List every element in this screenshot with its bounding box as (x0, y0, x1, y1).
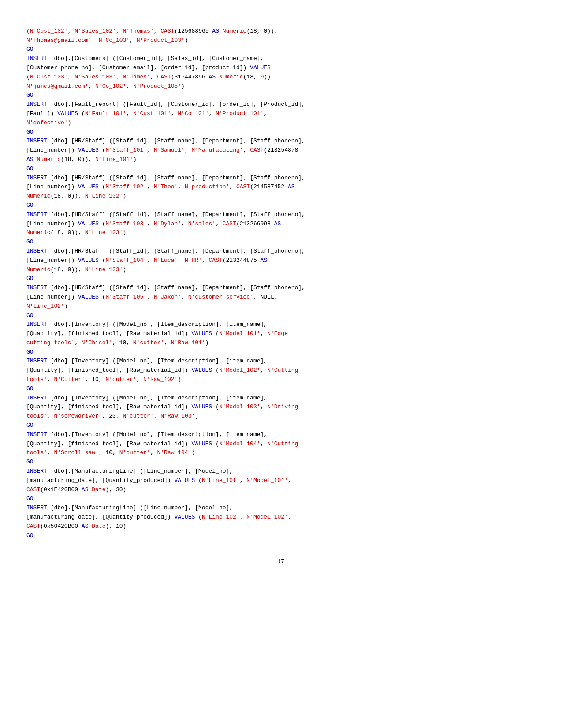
code-content: (N'Cust_102', N'Sales_102', N'Thomas', C… (26, 18, 536, 540)
page-number: 17 (26, 558, 536, 564)
